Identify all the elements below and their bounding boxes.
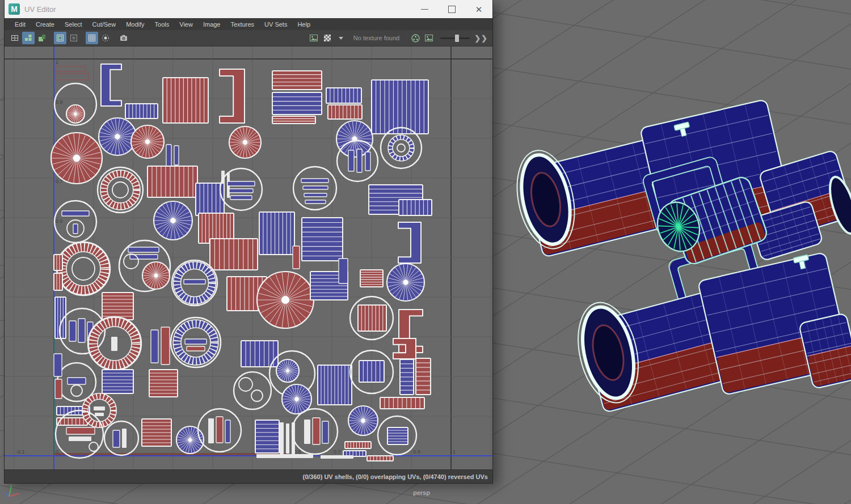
minimize-button[interactable] (411, 0, 438, 18)
texture-dropdown-icon[interactable] (335, 32, 347, 44)
minimize-icon (421, 9, 428, 10)
svg-text:0.7: 0.7 (334, 449, 341, 455)
title-bar[interactable]: M UV Editor ✕ (5, 0, 492, 18)
checker-pattern-icon[interactable] (321, 32, 334, 44)
tile-layout-icon[interactable] (22, 32, 35, 44)
menu-item-create[interactable]: Create (31, 21, 60, 28)
menu-item-select[interactable]: Select (60, 21, 87, 28)
window-title: UV Editor (24, 5, 56, 14)
uv-editor-window: M UV Editor ✕ EditCreateSelectCut/SewMod… (5, 0, 492, 483)
uv-statistics: (0/360) UV shells, (0/0) overlapping UVs… (303, 473, 488, 480)
maya-logo-icon: M (9, 3, 20, 15)
maya-screen: persp M UV Editor ✕ EditCreateSelectCut/… (0, 0, 851, 504)
svg-text:0.9: 0.9 (56, 99, 63, 105)
menu-item-tools[interactable]: Tools (150, 21, 175, 28)
border-display-dim-icon[interactable] (68, 32, 80, 44)
menu-item-edit[interactable]: Edit (10, 21, 31, 28)
slider-handle[interactable] (455, 35, 459, 42)
svg-text:0.6: 0.6 (56, 218, 63, 224)
close-icon: ✕ (475, 5, 483, 14)
maximize-icon (448, 6, 456, 13)
grid-layout-icon[interactable] (9, 32, 21, 44)
toolbar: No texture found ❯❯ (5, 30, 492, 46)
display-image-icon[interactable] (307, 32, 320, 44)
image-dim-slider[interactable] (440, 37, 470, 39)
shade-uvs-icon[interactable] (99, 32, 112, 44)
border-display-icon[interactable] (54, 32, 66, 44)
texture-status: No texture found (348, 35, 408, 41)
menu-item-image[interactable]: Image (198, 21, 226, 28)
checker-move-icon[interactable] (36, 32, 48, 44)
menu-item-view[interactable]: View (174, 21, 198, 28)
svg-text:1: 1 (56, 60, 58, 65)
maximize-button[interactable] (438, 0, 465, 18)
svg-text:0.9: 0.9 (413, 449, 420, 455)
rgb-channels-icon[interactable] (409, 32, 422, 44)
status-bar: (0/360) UV shells, (0/0) overlapping UVs… (5, 469, 492, 483)
viewport-camera-label: persp (413, 489, 430, 496)
svg-text:1: 1 (453, 449, 456, 455)
pixel-grid-icon[interactable] (86, 32, 98, 44)
toolbar-right-group: No texture found ❯❯ (307, 32, 489, 44)
display-image-ratio-icon[interactable] (423, 32, 435, 44)
close-button[interactable]: ✕ (465, 0, 492, 18)
expand-toolbar-icon[interactable]: ❯❯ (474, 34, 489, 43)
menu-item-help[interactable]: Help (292, 21, 315, 28)
menu-item-modify[interactable]: Modify (121, 21, 149, 28)
menu-bar: EditCreateSelectCut/SewModifyToolsViewIm… (5, 18, 492, 30)
uv-grid-and-shells: -0.100.50.60.70.911.110.90.80.70.6 (5, 46, 492, 470)
svg-text:0: 0 (56, 449, 58, 455)
uv-snapshot-icon[interactable] (117, 32, 130, 44)
menu-item-textures[interactable]: Textures (225, 21, 259, 28)
svg-text:-0.1: -0.1 (16, 449, 25, 455)
menu-item-uvsets[interactable]: UV Sets (259, 21, 292, 28)
menu-item-cutsew[interactable]: Cut/Sew (87, 21, 121, 28)
window-controls: ✕ (411, 0, 492, 18)
uv-canvas[interactable]: -0.100.50.60.70.911.110.90.80.70.6 (5, 46, 492, 469)
